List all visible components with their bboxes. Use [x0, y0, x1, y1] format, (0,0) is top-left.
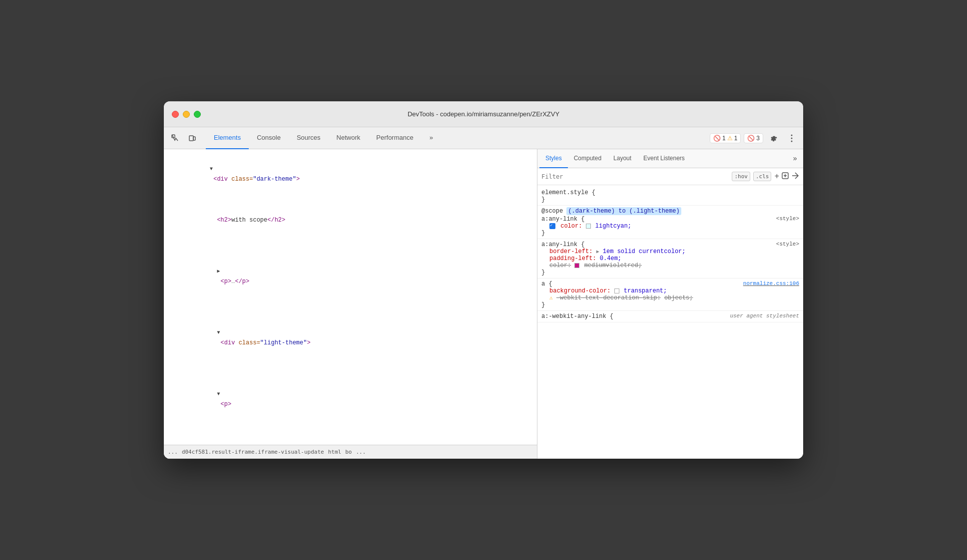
dom-line[interactable]: ▼ <div class="dark-theme"> [164, 153, 537, 195]
add-style-icon[interactable]: + [774, 172, 779, 181]
element-style-selector[interactable]: element.style { [541, 189, 799, 196]
filter-icons: + [774, 172, 799, 182]
triangle-icon[interactable]: ▼ [217, 330, 220, 335]
breadcrumb-html[interactable]: html [328, 449, 342, 455]
filter-bar: :hov .cls + [537, 168, 803, 185]
breadcrumb-more[interactable]: ... [356, 449, 366, 455]
issues-icon: 🚫 [747, 135, 755, 142]
styles-tab-computed[interactable]: Computed [568, 149, 607, 168]
triangle-icon[interactable]: ▼ [210, 166, 213, 172]
dom-line[interactable]: <h2>with scope</h2> [164, 195, 537, 246]
tab-elements[interactable]: Elements [206, 127, 249, 149]
minimize-button[interactable] [183, 111, 190, 118]
error-count: 1 [722, 135, 726, 142]
color-swatch-medviolet[interactable] [574, 263, 579, 268]
titlebar: DevTools - codepen.io/miriamsuzanne/pen/… [164, 101, 803, 127]
styles-content: element.style { } @scope (.dark-theme) t… [537, 185, 803, 459]
triangle-icon[interactable]: ▼ [217, 391, 220, 397]
issues-badge[interactable]: 🚫 3 [744, 133, 763, 143]
styles-tab-layout[interactable]: Layout [607, 149, 637, 168]
svg-point-5 [791, 140, 793, 142]
toolbar-right: 🚫 1 ⚠ 1 🚫 3 [710, 131, 799, 146]
tab-sources[interactable]: Sources [289, 127, 329, 149]
normalize-close: } [541, 301, 799, 308]
toggle-icon[interactable] [791, 172, 799, 182]
error-badge[interactable]: 🚫 1 ⚠ 1 [710, 133, 741, 143]
breadcrumb-iframe[interactable]: d04cf581.result-iframe.iframe-visual-upd… [182, 449, 324, 455]
issues-count: 3 [756, 135, 760, 142]
settings-icon[interactable] [766, 131, 781, 146]
any-link-prop-border[interactable]: border-left: ▶ 1em solid currentcolor; [549, 248, 799, 255]
inspect-icon[interactable] [168, 131, 183, 146]
hov-button[interactable]: :hov [732, 172, 750, 181]
new-rule-icon[interactable] [781, 172, 789, 182]
window-title: DevTools - codepen.io/miriamsuzanne/pen/… [408, 110, 559, 118]
cls-button[interactable]: .cls [753, 172, 772, 181]
scope-selector[interactable]: a:any-link { <style> [541, 216, 799, 223]
any-link-close: } [541, 269, 799, 276]
webkit-any-link-rule: a:-webkit-any-link { user agent styleshe… [537, 311, 803, 322]
element-style-rule: element.style { } [537, 187, 803, 206]
tab-performance[interactable]: Performance [368, 127, 421, 149]
filter-input[interactable] [541, 173, 729, 180]
maximize-button[interactable] [194, 111, 201, 118]
normalize-a-rule: a { normalize.css:106 background-color: … [537, 279, 803, 311]
styles-tab-styles[interactable]: Styles [539, 149, 568, 168]
prop-checkbox[interactable] [549, 223, 555, 229]
breadcrumb-body[interactable]: bo [345, 449, 352, 455]
tab-console[interactable]: Console [249, 127, 289, 149]
element-style-close: } [541, 196, 799, 203]
normalize-prop-webkit[interactable]: ⚠ -webkit-text-decoration-skip: objects; [549, 294, 799, 301]
styles-panel: Styles Computed Layout Event Listeners »… [537, 149, 803, 459]
styles-tabs: Styles Computed Layout Event Listeners » [537, 149, 803, 168]
svg-point-3 [791, 134, 793, 136]
styles-tab-more[interactable]: » [789, 155, 801, 163]
normalize-prop-bg[interactable]: background-color: transparent; [549, 287, 799, 294]
color-swatch-transparent[interactable] [614, 288, 619, 293]
dom-panel: ▼ <div class="dark-theme"> <h2>with scop… [164, 149, 537, 459]
close-button[interactable] [172, 111, 179, 118]
triangle-right-icon[interactable]: ▶ [596, 249, 599, 255]
more-options-icon[interactable] [784, 131, 799, 146]
tab-network[interactable]: Network [329, 127, 369, 149]
warning-icon: ⚠ [549, 295, 553, 301]
scope-rule: @scope (.dark-theme) to (.light-theme) a… [537, 206, 803, 239]
svg-rect-1 [189, 136, 193, 141]
tab-more[interactable]: » [422, 127, 441, 149]
any-link-selector[interactable]: a:any-link { <style> [541, 241, 799, 248]
any-link-prop-padding[interactable]: padding-left: 0.4em; [549, 255, 799, 262]
devtools-window: DevTools - codepen.io/miriamsuzanne/pen/… [164, 101, 803, 459]
device-toggle-icon[interactable] [185, 131, 200, 146]
toolbar: Elements Console Sources Network Perform… [164, 127, 803, 149]
breadcrumb-ellipsis[interactable]: ... [168, 449, 178, 455]
main-content: ▼ <div class="dark-theme"> <h2>with scop… [164, 149, 803, 459]
warning-count: 1 [734, 135, 738, 142]
tab-bar: Elements Console Sources Network Perform… [206, 127, 441, 149]
traffic-lights [172, 111, 201, 118]
dom-tree: ▼ <div class="dark-theme"> <h2>with scop… [164, 149, 537, 445]
webkit-any-link-selector[interactable]: a:-webkit-any-link { user agent styleshe… [541, 313, 799, 320]
svg-point-4 [791, 137, 793, 139]
dom-line[interactable]: "The light-theme link should be " [164, 430, 537, 445]
svg-rect-2 [193, 137, 195, 140]
breadcrumb-bar: ... d04cf581.result-iframe.iframe-visual… [164, 445, 537, 459]
dom-line[interactable]: ▼ <p> [164, 368, 537, 430]
any-link-prop-color[interactable]: color: mediumvioletred; [549, 262, 799, 269]
scope-prop-color[interactable]: color: lightcyan; [549, 223, 799, 230]
dom-line[interactable]: ▼ <div class="light-theme"> [164, 307, 537, 368]
color-swatch[interactable] [586, 224, 591, 229]
warning-icon: ⚠ [727, 135, 733, 142]
scope-at-rule[interactable]: @scope (.dark-theme) to (.light-theme) [541, 208, 799, 215]
error-icon: 🚫 [713, 135, 721, 142]
dom-line[interactable]: ▶ <p>…</p> [164, 246, 537, 307]
styles-tab-event-listeners[interactable]: Event Listeners [637, 149, 691, 168]
triangle-icon[interactable]: ▶ [217, 269, 220, 274]
normalize-selector[interactable]: a { normalize.css:106 [541, 280, 799, 287]
normalize-source-link[interactable]: normalize.css:106 [743, 280, 799, 286]
any-link-rule: a:any-link { <style> border-left: ▶ 1em … [537, 239, 803, 279]
scope-close: } [541, 230, 799, 237]
